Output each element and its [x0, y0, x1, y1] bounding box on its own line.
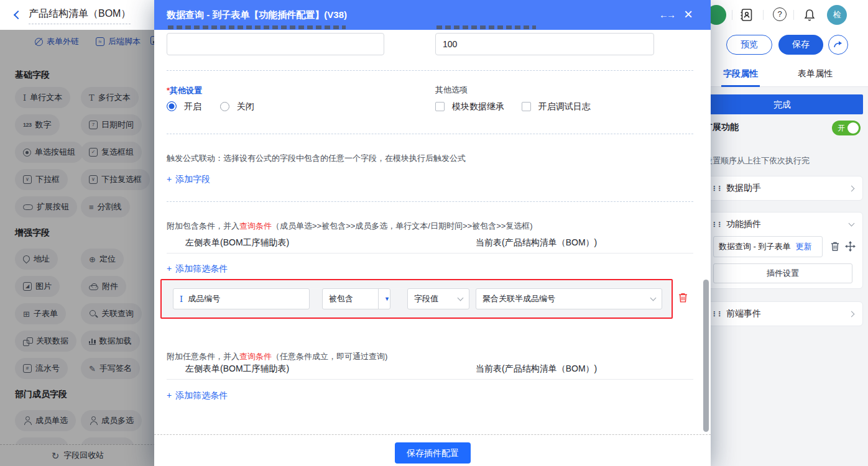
chevron-down-icon — [849, 220, 855, 226]
add-filter-link[interactable]: +添加筛选条件 — [167, 390, 228, 401]
resize-icon[interactable]: ←→ — [659, 0, 674, 30]
divider — [763, 10, 764, 20]
chevron-down-icon — [650, 295, 657, 301]
done-button[interactable]: 完成 — [701, 94, 863, 114]
left-form-label: 左侧表单(BOM工序辅助表) — [185, 363, 289, 375]
delete-plugin-icon[interactable] — [830, 241, 840, 254]
divider — [732, 10, 732, 20]
add-field-link[interactable]: +添加字段 — [167, 174, 210, 185]
current-form-label: 当前表(产品结构清单（BOM）) — [476, 237, 597, 249]
delete-condition-icon[interactable] — [678, 292, 688, 306]
divider — [167, 134, 693, 134]
clipped-label — [168, 25, 346, 29]
drag-handle-icon[interactable]: ⋮⋮ — [711, 310, 721, 318]
divider — [167, 70, 693, 71]
current-form-label: 当前表(产品结构清单（BOM）) — [476, 363, 597, 375]
frontend-events-card[interactable]: ⋮⋮ 前端事件 — [701, 301, 863, 326]
left-form-label: 左侧表单(BOM工序辅助表) — [185, 237, 289, 249]
clipped-label — [436, 25, 536, 29]
plugin-config-modal: 数据查询 - 到子表单【功能插件配置】(V38) ←→ × *其他设置 开启 关… — [154, 0, 711, 466]
checkbox1-label[interactable]: 模块数据继承 — [452, 101, 504, 111]
modal-scrollbar[interactable] — [703, 280, 709, 432]
chevron-down-icon — [458, 295, 464, 301]
caret-down-icon: ▼ — [384, 296, 390, 302]
contacts-icon[interactable] — [739, 7, 754, 22]
caret-segment[interactable]: ▼ — [378, 289, 390, 309]
user-avatar[interactable]: 检 — [827, 5, 847, 25]
checkbox-icon[interactable] — [435, 102, 445, 111]
function-plugin-header[interactable]: ⋮⋮ 功能插件 — [702, 212, 862, 236]
order-note: 设置顺序从上往下依次执行完 — [704, 155, 810, 167]
radio-on-label[interactable]: 开启 — [184, 101, 201, 111]
radio-off-label[interactable]: 关闭 — [237, 101, 254, 111]
app: 产品结构清单（BOM） ? 检 表单外链 ≈ 后端脚本 — [0, 0, 868, 466]
checkbox2-label[interactable]: 开启调试日志 — [538, 101, 591, 111]
condition-value-select[interactable]: 聚合关联半成品编号 — [476, 288, 662, 309]
query-condition-link[interactable]: 查询条件 — [239, 221, 272, 231]
share-button[interactable] — [828, 35, 848, 55]
any-condition-caption: 附加任意条件，并入查询条件（任意条件成立，即可通过查询) — [167, 351, 387, 362]
divider — [167, 201, 693, 202]
divider — [167, 379, 693, 380]
plugin-name: 数据查询 - 到子表单 — [719, 241, 791, 252]
tab-field-properties[interactable]: 字段属性 — [720, 60, 761, 87]
close-icon[interactable]: × — [684, 0, 693, 29]
extension-toggle[interactable]: 开 — [832, 121, 861, 135]
panel-actions-row: 预览 保存 — [696, 30, 868, 60]
save-button[interactable]: 保存 — [778, 35, 823, 55]
formula-note: 触发公式联动：选择设有公式的字段中包含的任意一个字段，在模块执行后触发公式 — [167, 153, 466, 164]
function-plugin-card: ⋮⋮ 功能插件 数据查询 - 到子表单 更新 插件设置 — [701, 212, 863, 289]
form-title[interactable]: 产品结构清单（BOM） — [29, 7, 131, 24]
update-link[interactable]: 更新 — [796, 241, 812, 252]
help-icon[interactable]: ? — [773, 7, 787, 21]
properties-panel: 预览 保存 字段属性 表单属性 完成 扩展功能 开 设置顺序从上往下依次执行完 … — [696, 30, 868, 466]
condition-valuetype-select[interactable]: 字段值 — [407, 288, 469, 309]
divider — [167, 253, 693, 254]
tab-form-properties[interactable]: 表单属性 — [795, 60, 836, 87]
plugin-settings-button[interactable]: 插件设置 — [713, 263, 852, 283]
save-plugin-config-button[interactable]: 保存插件配置 — [395, 442, 471, 464]
other-settings-label: *其他设置 — [167, 85, 202, 96]
config-input[interactable] — [167, 33, 384, 55]
checkbox-icon[interactable] — [522, 102, 531, 111]
query-condition-link[interactable]: 查询条件 — [239, 352, 272, 361]
include-condition-caption: 附加包含条件，并入查询条件（成员单选>>被包含>>成员多选，单行文本/日期时间>… — [167, 221, 533, 232]
preview-button[interactable]: 预览 — [726, 35, 772, 55]
data-helper-card[interactable]: ⋮⋮ 数据助手 — [701, 176, 863, 201]
other-options-label: 其他选项 — [435, 85, 468, 96]
chevron-right-icon — [849, 311, 855, 317]
add-filter-link[interactable]: +添加筛选条件 — [167, 263, 228, 275]
options-checkbox-group: 模块数据继承 开启调试日志 — [435, 101, 591, 112]
plugin-item[interactable]: 数据查询 - 到子表单 更新 — [713, 236, 823, 257]
panel-tabs: 字段属性 表单属性 — [696, 60, 868, 87]
move-plugin-icon[interactable] — [845, 241, 856, 254]
text-field-icon: I — [180, 295, 183, 304]
chevron-right-icon — [849, 185, 855, 191]
divider — [793, 10, 794, 20]
condition-operator-select[interactable]: 被包含 ▼ — [322, 288, 390, 309]
back-icon[interactable] — [14, 11, 22, 19]
divider — [154, 434, 711, 435]
drag-handle-icon[interactable]: ⋮⋮ — [711, 185, 721, 193]
radio-on-icon[interactable] — [167, 101, 177, 111]
drag-handle-icon[interactable]: ⋮⋮ — [711, 221, 721, 229]
condition-field-select[interactable]: I 成品编号 — [173, 288, 310, 309]
radio-off-icon[interactable] — [220, 102, 229, 111]
dim-overlay — [0, 30, 155, 466]
status-radio-group: 开启 关闭 — [167, 101, 254, 112]
limit-input[interactable] — [435, 33, 654, 55]
notifications-bell-icon[interactable] — [802, 7, 817, 22]
